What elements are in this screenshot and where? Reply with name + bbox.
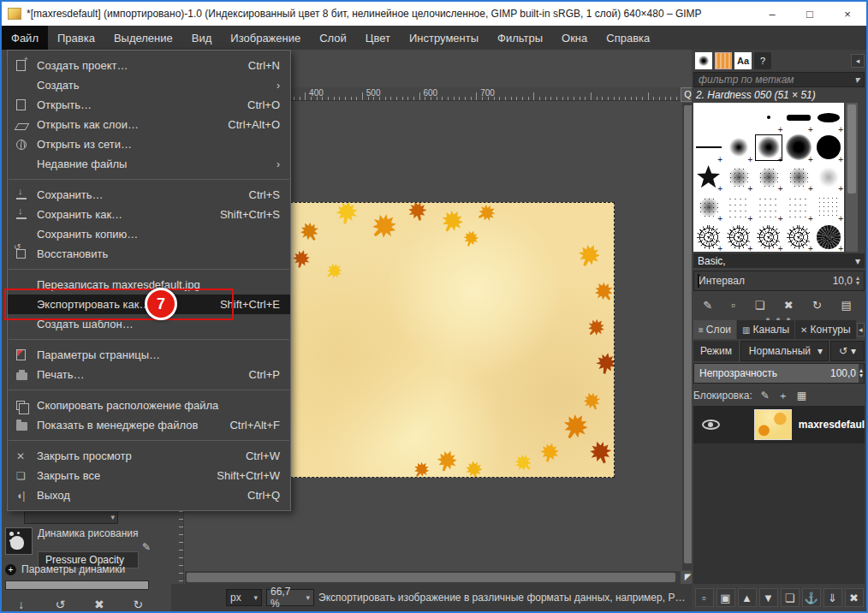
- zoom-combo[interactable]: 66,7 % ▾: [266, 589, 314, 606]
- duplicate-brush-button[interactable]: ❏: [755, 299, 765, 312]
- duplicate-layer-button[interactable]: ❏: [781, 588, 800, 607]
- opacity-slider[interactable]: Непрозрачность 100,0 ▴▾: [693, 363, 865, 384]
- horizontal-scrollbar-thumb[interactable]: [187, 573, 675, 582]
- brush-cell-1-2[interactable]: [723, 103, 753, 133]
- brush-cell-2-1[interactable]: [693, 133, 723, 163]
- tab-каналы[interactable]: ▥Каналы: [737, 320, 794, 339]
- title-bar[interactable]: *[maxresdefault] (импортировано)-1.0 (Ин…: [2, 2, 866, 26]
- image-canvas[interactable]: [248, 203, 614, 477]
- menubar-item-7[interactable]: Цвет: [356, 26, 400, 50]
- edit-dynamics-icon[interactable]: ✎: [142, 541, 158, 555]
- brush-cell-4-3[interactable]: [753, 192, 783, 222]
- horizontal-scrollbar[interactable]: [185, 571, 681, 584]
- delete-layer-button[interactable]: ✖: [845, 588, 864, 607]
- menubar-item-5[interactable]: Изображение: [221, 26, 310, 50]
- menu-item[interactable]: Сохранить как…Shift+Ctrl+S: [8, 205, 290, 224]
- delete-brush-button[interactable]: ✖: [784, 299, 794, 312]
- brush-cell-4-4[interactable]: [784, 192, 814, 222]
- tab-слои[interactable]: ≡Слои: [693, 320, 736, 339]
- layer-list-item[interactable]: maxresdefault: [693, 406, 865, 443]
- brush-scrollbar-thumb[interactable]: [847, 104, 856, 193]
- menu-item[interactable]: Печать…Ctrl+P: [8, 365, 290, 384]
- menu-item[interactable]: Создать шаблон…: [8, 314, 290, 334]
- tab-fonts[interactable]: Aa: [734, 52, 752, 69]
- menubar-item-8[interactable]: Инструменты: [400, 26, 488, 50]
- close-button[interactable]: ×: [829, 2, 866, 26]
- menubar-item-1[interactable]: Файл: [2, 26, 48, 50]
- layer-list-empty-area[interactable]: [693, 443, 865, 584]
- new-brush-button[interactable]: ▫: [732, 299, 736, 312]
- menubar-item-2[interactable]: Правка: [48, 26, 104, 50]
- open-brush-as-image-button[interactable]: ▤: [841, 299, 851, 312]
- dock-menu-button[interactable]: ◂: [857, 323, 865, 336]
- brush-grid[interactable]: [693, 103, 844, 252]
- new-layer-group-button[interactable]: ▣: [716, 588, 735, 607]
- dock-menu-button[interactable]: ◂: [851, 54, 865, 68]
- menu-item[interactable]: Параметры страницы…: [8, 345, 290, 365]
- mode-combo[interactable]: Нормальный ▾: [740, 341, 829, 361]
- menu-item[interactable]: Недавние файлы›: [8, 154, 290, 174]
- spin-down-icon[interactable]: ▾: [856, 281, 859, 286]
- brush-group-combo[interactable]: Basic, ▾: [693, 253, 865, 268]
- menu-item[interactable]: Открыть как слои…Ctrl+Alt+O: [8, 115, 290, 134]
- menu-item[interactable]: Открыть…Ctrl+O: [8, 95, 290, 115]
- lock-position-icon[interactable]: ＋: [778, 389, 788, 403]
- tab-brushes[interactable]: [695, 52, 712, 69]
- dynamics-slider[interactable]: [5, 580, 149, 590]
- menu-item[interactable]: Показать в менеджере файловCtrl+Alt+F: [8, 415, 290, 435]
- brush-cell-4-1[interactable]: [693, 192, 723, 222]
- brush-cell-2-4[interactable]: [784, 133, 814, 163]
- lock-alpha-icon[interactable]: ▦: [797, 390, 806, 402]
- brush-cell-5-2[interactable]: [723, 222, 753, 252]
- menubar-item-3[interactable]: Выделение: [104, 26, 182, 50]
- brush-cell-5-5[interactable]: [814, 222, 844, 252]
- anchor-layer-button[interactable]: ⚓: [802, 588, 821, 607]
- brush-cell-2-5[interactable]: [814, 133, 844, 163]
- menu-item[interactable]: Скопировать расположение файла: [8, 396, 290, 415]
- menu-item[interactable]: ◖|ВыходCtrl+Q: [8, 485, 290, 505]
- brush-cell-3-4[interactable]: [784, 163, 814, 193]
- tool-option-combo[interactable]: ▾: [24, 510, 118, 524]
- menubar-item-6[interactable]: Слой: [310, 26, 356, 50]
- maximize-button[interactable]: □: [791, 2, 829, 26]
- brush-cell-1-1[interactable]: [693, 103, 723, 133]
- edit-brush-button[interactable]: ✎: [703, 299, 712, 312]
- brush-cell-5-1[interactable]: [693, 222, 723, 252]
- layer-name[interactable]: maxresdefault: [799, 419, 865, 431]
- menu-item[interactable]: Создать›: [8, 75, 290, 95]
- brush-cell-1-4[interactable]: [784, 103, 814, 133]
- lower-layer-button[interactable]: ▼: [759, 588, 778, 607]
- brush-cell-4-2[interactable]: [723, 192, 753, 222]
- brush-spacing-slider[interactable]: Интервал 10,0 ▴▾: [693, 271, 865, 291]
- merge-layer-button[interactable]: ⇓: [823, 588, 842, 607]
- delete-dynamics-button[interactable]: ✖: [88, 598, 110, 613]
- brush-cell-5-3[interactable]: [753, 222, 783, 252]
- brush-cell-5-4[interactable]: [784, 222, 814, 252]
- menu-item[interactable]: ❏Закрыть всеShift+Ctrl+W: [8, 466, 290, 485]
- layer-thumbnail[interactable]: [754, 409, 792, 440]
- menu-item[interactable]: ✕Закрыть просмотрCtrl+W: [8, 446, 290, 466]
- brush-cell-1-3[interactable]: [753, 103, 783, 133]
- save-dynamics-button[interactable]: ↓: [10, 598, 33, 613]
- unit-combo[interactable]: px ▾: [226, 589, 262, 606]
- tab-help[interactable]: ?: [754, 52, 771, 69]
- menubar-item-11[interactable]: Справка: [597, 26, 659, 50]
- brush-filter-input[interactable]: фильтр по меткам ▾: [693, 72, 865, 87]
- menu-item[interactable]: Открыть из сети…: [8, 134, 290, 154]
- dynamics-options-expander[interactable]: + Параметры динамики: [5, 563, 125, 575]
- reset-dynamics-button[interactable]: ↻: [127, 598, 149, 613]
- menu-item[interactable]: Восстановить: [8, 244, 290, 264]
- refresh-brushes-button[interactable]: ↻: [812, 299, 822, 312]
- tab-patterns[interactable]: [715, 52, 732, 69]
- spin-down-icon[interactable]: ▾: [859, 373, 863, 378]
- revert-dynamics-button[interactable]: ↺: [49, 598, 71, 613]
- brush-cell-1-5[interactable]: [814, 103, 844, 133]
- menu-item[interactable]: Сохранить…Ctrl+S: [8, 185, 290, 205]
- brush-cell-3-5[interactable]: [814, 163, 844, 193]
- brush-cell-2-3[interactable]: [753, 133, 783, 163]
- lock-pixels-icon[interactable]: ✎: [761, 390, 770, 402]
- mode-switch-button[interactable]: ↺ ▾: [830, 341, 865, 361]
- menu-item[interactable]: Экспортировать как…Shift+Ctrl+E7: [8, 295, 290, 314]
- new-layer-button[interactable]: ▫: [695, 588, 714, 607]
- layer-visibility-icon[interactable]: [702, 420, 720, 430]
